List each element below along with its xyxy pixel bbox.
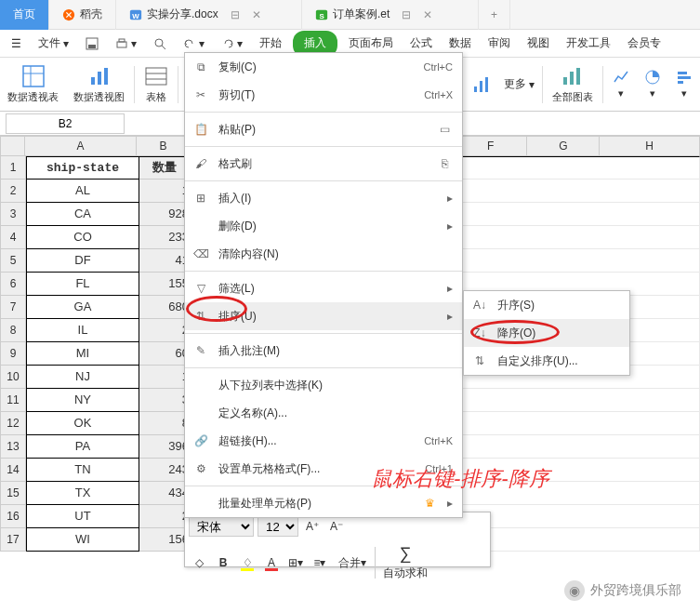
menu-button[interactable]: ☰ [6, 31, 27, 57]
tab-doc2[interactable]: S 订单案例.et ⊟ ✕ [302, 0, 479, 30]
cell[interactable]: TX [26, 482, 139, 505]
line-chart-button[interactable]: ▾ [605, 58, 637, 111]
pie-chart-button[interactable]: ▾ [637, 58, 668, 111]
ctx-paste[interactable]: 📋粘贴(P)▭ [185, 115, 462, 143]
ctx-define-name[interactable]: 定义名称(A)... [185, 399, 462, 427]
ctx-hyperlink[interactable]: 🔗超链接(H)...Ctrl+K [185, 427, 462, 455]
ctx-comment[interactable]: ✎插入批注(M) [185, 337, 462, 365]
all-charts-button[interactable]: 全部图表 [545, 58, 601, 111]
sort-asc[interactable]: A↓升序(S) [464, 291, 629, 319]
save-icon[interactable] [80, 31, 104, 57]
ctx-clear[interactable]: ⌫清除内容(N) [185, 240, 462, 268]
row-header[interactable]: 15 [0, 482, 26, 505]
merge-button[interactable]: 合并▾ [334, 552, 371, 573]
row-header[interactable]: 8 [0, 319, 26, 342]
cell[interactable]: OK [26, 412, 139, 435]
name-box[interactable] [6, 113, 125, 134]
row-header[interactable]: 3 [0, 203, 26, 226]
ctx-format-painter[interactable]: 🖌格式刷⎘ [185, 150, 462, 178]
cell[interactable]: TN [26, 459, 139, 482]
fill-color-button[interactable]: ♢ [237, 552, 258, 573]
ctx-filter[interactable]: ▽筛选(L)▸ [185, 274, 462, 302]
border-button[interactable]: ⊞▾ [285, 552, 306, 573]
ribbon-review[interactable]: 审阅 [482, 31, 516, 57]
cell[interactable]: GA [26, 296, 139, 319]
tab-doc1[interactable]: W 实操分享.docx ⊟ ✕ [116, 0, 302, 30]
tab-close-icon[interactable]: ✕ [252, 8, 261, 21]
table-button[interactable]: 表格 [137, 58, 176, 111]
cell[interactable]: CA [26, 203, 139, 226]
more-button[interactable]: 更多▾ [498, 76, 540, 92]
row-header[interactable]: 5 [0, 249, 26, 273]
row-header[interactable]: 16 [0, 505, 26, 528]
cell[interactable]: UT [26, 505, 139, 528]
align-button[interactable]: ≡▾ [310, 552, 330, 573]
row-header[interactable]: 10 [0, 366, 26, 389]
row-header[interactable]: 11 [0, 389, 26, 412]
inc-font-button[interactable]: A⁺ [302, 516, 323, 537]
tab-close-icon[interactable]: ⊟ [231, 8, 240, 21]
preview-icon[interactable] [148, 31, 172, 57]
paste-special-icon[interactable]: ▭ [436, 123, 453, 136]
ribbon-vip[interactable]: 会员专 [622, 31, 667, 57]
cell[interactable]: ship-state [26, 156, 139, 180]
row-header[interactable]: 14 [0, 459, 26, 482]
ctx-cut[interactable]: ✂剪切(T)Ctrl+X [185, 81, 462, 109]
ctx-sort[interactable]: ⇅排序(U)▸ [185, 302, 462, 330]
col-header-A[interactable]: A [25, 136, 136, 156]
tab-close-icon[interactable]: ✕ [423, 8, 432, 21]
tab-new[interactable]: + [479, 0, 510, 30]
bar-chart-button[interactable]: ▾ [668, 58, 700, 111]
cell[interactable]: NJ [26, 366, 139, 389]
bold-button[interactable]: B [213, 552, 233, 573]
tab-home[interactable]: 首页 [0, 0, 49, 30]
ctx-delete[interactable]: 删除(D)▸ [185, 212, 462, 240]
print-icon[interactable]: ▾ [110, 31, 142, 57]
cell[interactable]: FL [26, 273, 139, 296]
cell[interactable]: IL [26, 319, 139, 342]
row-header[interactable]: 12 [0, 412, 26, 435]
sort-custom[interactable]: ⇅自定义排序(U)... [464, 347, 629, 375]
cell[interactable]: MI [26, 342, 139, 366]
row-header[interactable]: 4 [0, 226, 26, 249]
ctx-dropdown-select[interactable]: 从下拉列表中选择(K) [185, 371, 462, 399]
col-header-F[interactable]: F [455, 136, 527, 156]
dec-font-button[interactable]: A⁻ [326, 516, 347, 537]
autosum-button[interactable]: ∑ 自动求和 [383, 544, 428, 581]
col-header-G[interactable]: G [527, 136, 600, 156]
cell[interactable]: AL [26, 180, 139, 203]
select-all-corner[interactable] [0, 136, 25, 156]
ctx-copy[interactable]: ⧉复制(C)Ctrl+C [185, 53, 462, 81]
plus-icon: + [491, 8, 497, 21]
row-header[interactable]: 6 [0, 273, 26, 296]
ribbon-dev[interactable]: 开发工具 [561, 31, 616, 57]
ctx-insert[interactable]: ⊞插入(I)▸ [185, 184, 462, 212]
ribbon-view[interactable]: 视图 [522, 31, 555, 57]
row-header[interactable]: 13 [0, 435, 26, 459]
row-header[interactable]: 2 [0, 180, 26, 203]
file-menu[interactable]: 文件▾ [33, 31, 74, 57]
sort-desc[interactable]: Z↓降序(O) [464, 319, 629, 347]
clear-format-button[interactable]: ◇ [189, 552, 209, 573]
size-select[interactable]: 12 [258, 516, 298, 537]
col-header-H[interactable]: H [600, 136, 700, 156]
row-header[interactable]: 1 [0, 156, 26, 180]
row-header[interactable]: 9 [0, 342, 26, 366]
cell[interactable]: CO [26, 226, 139, 249]
tab-close-icon[interactable]: ⊟ [402, 8, 411, 21]
cell[interactable]: DF [26, 249, 139, 273]
cell[interactable]: WI [26, 528, 139, 552]
cell[interactable]: PA [26, 435, 139, 459]
pivot-table-button[interactable]: 数据透视表 [0, 58, 66, 111]
font-select[interactable]: 宋体 [189, 516, 254, 537]
col-header-B[interactable]: B [137, 136, 192, 156]
row-header[interactable]: 17 [0, 528, 26, 552]
pivot-chart-button[interactable]: 数据透视图 [66, 58, 132, 111]
font-color-button[interactable]: A [261, 552, 282, 573]
tab-docker[interactable]: 稻壳 [49, 0, 116, 30]
row-header[interactable]: 7 [0, 296, 26, 319]
cell[interactable]: NY [26, 389, 139, 412]
format-painter-ext-icon[interactable]: ⎘ [436, 157, 453, 170]
ctx-batch[interactable]: 批量处理单元格(P)♛▸ [185, 489, 462, 517]
chart-button[interactable] [465, 58, 498, 111]
